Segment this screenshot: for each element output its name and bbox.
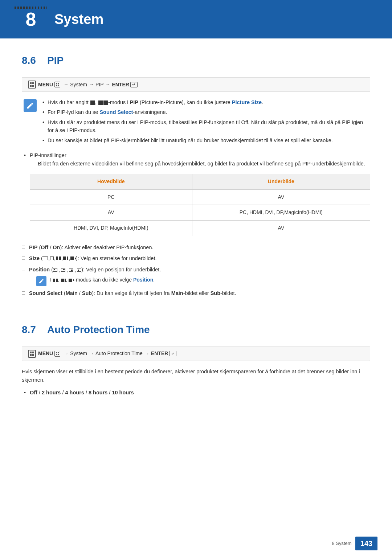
apt-off: Off — [30, 390, 37, 395]
picture-size-label: Picture Size — [232, 99, 262, 105]
apt-enter-icon: ↵ — [169, 351, 176, 356]
note-bullet-1: Hvis du har angitt , -modus i PIP (Pictu… — [41, 98, 370, 106]
pip-table: Hovedbilde Underbilde PC AV AV PC, HDMI,… — [30, 174, 370, 236]
apt-description: Hvis skjermen viser et stillbilde i en b… — [22, 368, 370, 384]
svg-rect-12 — [56, 352, 57, 353]
sound-main-label: Main — [66, 290, 78, 296]
apt-menu-icon — [28, 350, 36, 358]
table-row: AV PC, HDMI, DVI, DP,MagicInfo(HDMI) — [30, 205, 370, 221]
subnote-pencil-icon — [36, 276, 46, 286]
pip-sq-label-sound: Sound Select — [29, 290, 62, 296]
pip-sq-bullets: PIP (Off / On): Aktiver eller deaktiver … — [22, 243, 370, 297]
section-apt-number: 8.7 — [22, 322, 47, 337]
svg-rect-11 — [32, 354, 34, 356]
pip-settings-label: PIP-innstillinger — [30, 152, 66, 158]
apt-menu-grid-icon — [54, 351, 60, 357]
pip-sq-label-position: Position — [29, 267, 50, 272]
footer-page-number: 143 — [355, 537, 377, 550]
apt-arrow-3: → — [144, 350, 149, 357]
note-bullet-3: Hvis du slår av produktet mens du ser i … — [41, 118, 370, 135]
table-row: HDMI, DVI, DP, MagicInfo(HDMI) AV — [30, 221, 370, 236]
pip-off-label: Off — [41, 245, 48, 250]
apt-menu-item: Auto Protection Time — [95, 350, 143, 357]
arrow-3: → — [106, 81, 110, 88]
chapter-number: 8 — [15, 7, 47, 32]
svg-rect-10 — [30, 354, 32, 356]
main-bold: Main — [171, 290, 183, 296]
page: 8 System 8.6 PIP MENU → System → PIP → E… — [0, 0, 392, 554]
pip-bold: PIP — [130, 99, 138, 105]
apt-menu-path: MENU → System → Auto Protection Time → E… — [22, 346, 370, 361]
menu-grid-icon — [54, 82, 60, 87]
svg-rect-14 — [56, 354, 57, 356]
note-bullets-list: Hvis du har angitt , -modus i PIP (Pictu… — [41, 98, 370, 144]
menu-icon — [28, 81, 36, 89]
svg-rect-13 — [58, 352, 59, 353]
apt-4h: 4 hours — [65, 390, 84, 395]
pip-main-bullets: PIP-innstillinger Bildet fra den ekstern… — [22, 151, 370, 236]
table-header-col2: Underbilde — [192, 174, 370, 190]
sq-icon-double2 — [103, 100, 108, 105]
pip-sq-bullet-size: Size ( , , , , ): Velg en størrelse for … — [22, 254, 370, 263]
arrow-2: → — [89, 81, 94, 88]
table-cell: PC — [30, 189, 192, 205]
enter-icon: ↵ — [130, 82, 138, 87]
table-cell: PC, HDMI, DVI, DP,MagicInfo(HDMI) — [192, 205, 370, 221]
pip-note-box: Hvis du har angitt , -modus i PIP (Pictu… — [22, 98, 370, 146]
apt-arrow-1: → — [64, 350, 68, 357]
menu-pip: PIP — [95, 81, 104, 89]
svg-rect-1 — [32, 82, 34, 84]
position-subnote: I , , -modus kan du ikke velge Position. — [36, 276, 370, 286]
note-content: Hvis du har angitt , -modus i PIP (Pictu… — [41, 98, 370, 146]
apt-arrow-2: → — [89, 350, 94, 357]
svg-rect-15 — [58, 354, 59, 356]
chapter-header: 8 System — [0, 0, 392, 38]
table-row: PC AV — [30, 189, 370, 205]
sq-icon-double1 — [98, 100, 103, 105]
section-apt-title: Auto Protection Time — [47, 322, 150, 337]
table-cell: HDMI, DVI, DP, MagicInfo(HDMI) — [30, 221, 192, 236]
svg-rect-2 — [30, 85, 32, 87]
pip-settings-bullet: PIP-innstillinger Bildet fra den ekstern… — [22, 151, 370, 236]
apt-2h: 2 hours — [42, 390, 61, 395]
svg-rect-9 — [32, 352, 34, 353]
pip-sq-bullet-pip: PIP (Off / On): Aktiver eller deaktiver … — [22, 243, 370, 251]
pip-sq-bullet-position: Position ( , , , ): Velg en posisjon for… — [22, 266, 370, 286]
svg-rect-6 — [56, 85, 57, 86]
pip-on-label: On — [53, 245, 60, 250]
arrow-1: → — [64, 81, 68, 88]
apt-8h: 8 hours — [89, 390, 107, 395]
spacer-1 — [22, 300, 370, 315]
apt-options-bullet: Off / 2 hours / 4 hours / 8 hours / 10 h… — [22, 389, 370, 397]
section-pip-title: PIP — [47, 53, 64, 68]
svg-rect-8 — [30, 352, 32, 353]
note-bullet-4: Du ser kanskje at bildet på PIP-skjermbi… — [41, 136, 370, 144]
menu-system: System — [70, 81, 87, 89]
sound-select-label: Sound Select — [99, 109, 133, 115]
chapter-title: System — [54, 9, 103, 30]
table-cell: AV — [192, 221, 370, 236]
section-pip-number: 8.6 — [22, 53, 47, 68]
svg-rect-3 — [32, 85, 34, 87]
svg-rect-5 — [58, 83, 59, 85]
footer-section-label: 8 System — [332, 540, 351, 547]
page-footer: 8 System 143 — [0, 533, 392, 554]
svg-rect-0 — [30, 82, 32, 84]
pip-menu-path: MENU → System → PIP → ENTER ↵ — [22, 77, 370, 92]
apt-10h: 10 hours — [112, 390, 134, 395]
svg-rect-4 — [56, 83, 57, 85]
pip-sq-label-pip: PIP — [29, 245, 37, 250]
main-content: 8.6 PIP MENU → System → PIP → ENTER ↵ — [0, 53, 392, 397]
position-blue-label: Position — [133, 277, 153, 283]
apt-options-list: Off / 2 hours / 4 hours / 8 hours / 10 h… — [22, 389, 370, 397]
table-cell: AV — [192, 189, 370, 205]
pip-settings-desc: Bildet fra den eksterne videokilden vil … — [38, 160, 370, 168]
apt-menu-system: System — [70, 350, 87, 357]
apt-menu-label: MENU — [38, 350, 53, 357]
table-cell: AV — [30, 205, 192, 221]
pip-sq-label-size: Size — [29, 255, 40, 261]
subnote-text: I , , -modus kan du ikke velge Position. — [50, 276, 155, 284]
note-pencil-icon — [24, 99, 37, 112]
pip-sq-bullet-sound: Sound Select (Main / Sub): Du kan velge … — [22, 289, 370, 297]
menu-enter-label: ENTER — [112, 81, 129, 89]
